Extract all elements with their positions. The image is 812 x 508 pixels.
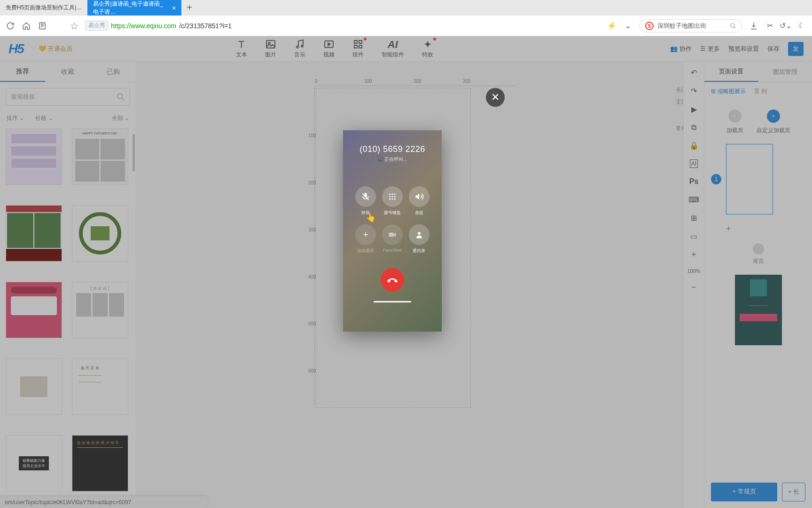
call-keypad[interactable]: 拨号键盘 (379, 186, 406, 216)
call-add[interactable]: + 添加通话 (352, 224, 379, 254)
filter-sort[interactable]: 排序 ⌄ (7, 114, 24, 122)
collab-button[interactable]: 👥协作 (670, 45, 692, 53)
more-button[interactable]: ☰更多 (700, 45, 720, 53)
template-item[interactable] (6, 358, 62, 415)
tool-ai[interactable]: AI 智能组件 (382, 39, 404, 59)
call-mute[interactable]: 静音 (352, 186, 379, 216)
template-item[interactable]: 销售赋能力集提高企业水平 (6, 435, 62, 492)
reload-icon[interactable] (6, 21, 15, 31)
svg-rect-9 (354, 45, 357, 48)
add-custom-load-page[interactable]: + 自定义加载页 (757, 110, 790, 135)
add-long-page-button[interactable]: + 长 (782, 483, 805, 501)
star-icon[interactable] (70, 21, 79, 31)
view-thumbnail[interactable]: ⊞缩略图展示 (711, 87, 746, 95)
call-speaker[interactable]: 免提 (406, 186, 432, 216)
ruler-vertical: 100 200 300 400 500 600 (308, 86, 315, 406)
new-tab-button[interactable]: + (181, 2, 197, 13)
ocr-icon[interactable]: AI (690, 159, 698, 168)
svg-point-4 (297, 46, 298, 48)
end-page[interactable]: 尾页 (704, 243, 812, 265)
svg-point-14 (394, 193, 396, 195)
template-grid: HAPPY FATHER'S DAY 【 邀 请 函 】 · 春 天 花 事 ·… (0, 125, 136, 508)
tab-page-settings[interactable]: 页面设置 (704, 62, 758, 82)
close-icon[interactable]: × (172, 4, 176, 12)
template-item[interactable]: HAPPY FATHER'S DAY (72, 128, 128, 185)
template-item[interactable]: 还 在 给 你 的 照 片 加 字 (72, 435, 128, 492)
svg-rect-10 (359, 45, 362, 48)
zoom-out-icon[interactable]: − (692, 283, 696, 292)
add-load-page[interactable]: + 加载页 (726, 110, 743, 135)
tool-effect[interactable]: ✦ 特效 (422, 39, 433, 59)
music-icon (294, 39, 305, 50)
zoom-in-icon[interactable]: + (692, 250, 696, 259)
url-input[interactable]: 易企秀 https://www.eqxiu.com/c/231357851?i=… (86, 21, 601, 31)
tool-music[interactable]: 音乐 (294, 39, 305, 59)
add-normal-page-button[interactable]: + 常规页 (711, 483, 777, 501)
promo-card[interactable]: ————— (735, 275, 782, 345)
filter-price[interactable]: 价格 ⌄ (35, 114, 53, 122)
chevron-down-icon[interactable]: ⌄ (623, 21, 632, 31)
tab-purchased[interactable]: 已购 (91, 62, 136, 82)
lock-icon[interactable]: 🔒 (689, 141, 699, 150)
redo-icon[interactable]: ↷ (691, 87, 697, 95)
publish-button[interactable]: 发 (788, 42, 804, 56)
ps-icon[interactable]: Ps (689, 177, 699, 186)
mobile-icon[interactable]: ▭ (690, 232, 697, 241)
page-thumb-1[interactable]: 1 (711, 144, 805, 214)
download-icon[interactable] (749, 21, 758, 31)
tool-video[interactable]: 视频 (323, 39, 335, 59)
read-icon[interactable] (38, 21, 47, 31)
grid-icon: ⊞ (711, 88, 716, 95)
undo-icon[interactable]: ↶ (691, 68, 697, 77)
hangup-button[interactable] (381, 268, 404, 292)
scissors-icon[interactable]: ✂ (765, 21, 774, 31)
canvas-area: 0 100 200 300 100 200 300 400 500 600 (0… (136, 62, 704, 508)
view-list[interactable]: ☰列 (754, 87, 767, 95)
svg-point-5 (301, 45, 303, 47)
tab-layer-manage[interactable]: 图层管理 (758, 62, 812, 82)
template-item[interactable] (72, 205, 128, 262)
template-item[interactable] (6, 205, 62, 262)
template-item[interactable] (6, 128, 62, 185)
url-host: https://www.eqxiu.com (111, 22, 176, 30)
play-icon[interactable]: ▶ (691, 105, 697, 114)
end-page-icon (753, 243, 764, 254)
add-page-below[interactable]: + (726, 224, 805, 234)
scrollbar[interactable] (133, 134, 135, 172)
template-item[interactable]: 【 邀 请 函 】 (72, 282, 128, 338)
list-icon: ☰ (700, 45, 706, 52)
grid-icon[interactable]: ⊞ (691, 214, 697, 222)
browser-tabs: 免费H5页面微场景制作工具|… 易企秀|邀请函_电子邀请函_电子请… × + (0, 0, 812, 16)
keyboard-icon[interactable]: ⌨ (688, 195, 699, 204)
browser-search[interactable]: S 深圳蚊子地图出街 (639, 19, 742, 32)
promo-button (740, 314, 777, 321)
app-logo[interactable]: H5 (8, 41, 23, 56)
template-item[interactable] (6, 282, 62, 338)
promo-logo (750, 279, 767, 296)
home-icon[interactable] (22, 21, 31, 31)
copy-icon[interactable]: ⧉ (691, 123, 696, 132)
template-search[interactable]: 搜索模板 (6, 88, 130, 106)
preview-button[interactable]: 预览和设置 (728, 45, 759, 53)
tab-recommend[interactable]: 推荐 (0, 62, 45, 82)
tool-text[interactable]: T 文本 (236, 39, 247, 59)
browser-tab-0[interactable]: 免费H5页面微场景制作工具|… (0, 0, 87, 16)
tab-title: 免费H5页面微场景制作工具|… (6, 4, 82, 12)
dot-indicator (364, 38, 367, 40)
tool-component[interactable]: 组件 (352, 39, 364, 59)
close-popup-button[interactable]: ✕ (486, 88, 505, 107)
vip-button[interactable]: 💛 开通会员 (39, 45, 72, 53)
svg-point-13 (391, 193, 393, 195)
browser-tab-1[interactable]: 易企秀|邀请函_电子邀请函_电子请… × (87, 0, 181, 16)
history-icon[interactable]: ↺⌄ (781, 21, 790, 31)
flash-icon[interactable]: ⚡ (607, 21, 617, 31)
filter-all[interactable]: 全部 ⌄ (112, 114, 129, 122)
save-button[interactable]: 保存 (767, 45, 780, 53)
text-icon: T (236, 39, 247, 50)
tab-favorite[interactable]: 收藏 (45, 62, 90, 82)
template-item[interactable]: · 春 天 花 事 ·———————————— (72, 358, 128, 415)
call-contacts[interactable]: 通讯录 (406, 224, 432, 254)
moon-icon[interactable]: ☾ (797, 21, 806, 31)
tool-image[interactable]: 图片 (265, 39, 276, 59)
call-facetime[interactable]: FaceTime (379, 224, 406, 254)
